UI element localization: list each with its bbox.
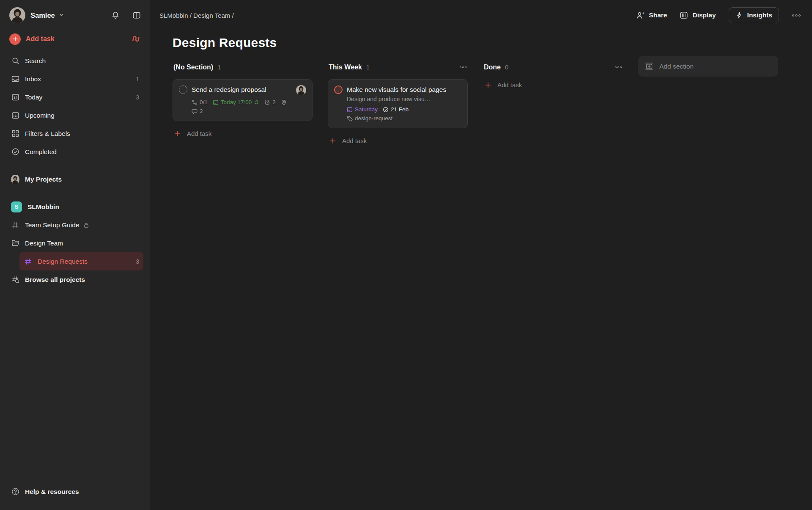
task-title: Make new visuals for social pages: [347, 85, 461, 94]
user-menu[interactable]: Samlee: [7, 6, 143, 25]
task-checkbox[interactable]: [179, 85, 187, 94]
upcoming-calendar-icon: [11, 111, 19, 120]
kanban-board: (No Section) 1 Send a redesign proposal: [173, 56, 799, 146]
sidebar-item-label: Today: [25, 94, 42, 101]
column-count: 1: [217, 63, 221, 71]
sidebar-item-label: Completed: [25, 148, 57, 156]
sidebar: Samlee Add task Search: [0, 0, 150, 510]
share-button[interactable]: Share: [636, 11, 667, 19]
today-calendar-icon: 12: [11, 93, 19, 102]
column-menu-icon[interactable]: [459, 66, 467, 69]
subtask-icon: [192, 99, 198, 105]
notifications-bell-icon[interactable]: [111, 11, 120, 19]
lock-icon: [83, 222, 89, 228]
sidebar-item-upcoming[interactable]: Upcoming: [7, 106, 143, 124]
browse-label: Browse all projects: [25, 276, 85, 284]
column-this-week: This Week 1 Make new visuals for social …: [328, 56, 468, 146]
plus-icon: [329, 138, 336, 144]
deadline-target-icon: [383, 107, 389, 113]
subtasks-indicator: 0/1: [192, 99, 208, 105]
add-task-label: Add task: [342, 137, 367, 144]
my-projects-label: My Projects: [25, 176, 62, 183]
user-avatar[interactable]: [9, 7, 25, 23]
sidebar-item-today[interactable]: 12 Today 3: [7, 88, 143, 106]
location-indicator: [281, 99, 287, 105]
task-checkbox-priority1[interactable]: [334, 85, 343, 94]
location-pin-icon: [281, 99, 287, 105]
column-name: This Week: [329, 63, 362, 71]
add-section-label: Add section: [659, 63, 694, 70]
comments-indicator: 2: [192, 108, 203, 114]
sidebar-item-filters-labels[interactable]: Filters & Labels: [7, 124, 143, 143]
more-options-icon[interactable]: [792, 14, 801, 17]
sidebar-item-label: Filters & Labels: [25, 130, 70, 138]
folder-label: Design Team: [25, 240, 63, 247]
sidebar-item-label: Inbox: [25, 75, 41, 83]
column-name: (No Section): [173, 63, 213, 71]
assignee-avatar: [296, 85, 306, 95]
recurring-icon: [254, 99, 259, 105]
browse-all-projects[interactable]: Browse all projects: [7, 270, 143, 289]
display-button[interactable]: Display: [680, 11, 716, 19]
workspace-slmobbin[interactable]: S SLMobbin: [7, 198, 143, 216]
calendar-icon: [347, 107, 353, 113]
my-projects-avatar: [11, 175, 19, 184]
help-question-icon: [11, 488, 19, 496]
column-no-section: (No Section) 1 Send a redesign proposal: [173, 56, 313, 139]
project-label: Design Requests: [38, 258, 88, 265]
project-design-requests-selected[interactable]: Design Requests 3: [19, 252, 143, 270]
insights-label: Insights: [747, 11, 772, 19]
folder-design-team[interactable]: Design Team: [7, 234, 143, 252]
share-label: Share: [649, 11, 667, 19]
reminders-indicator: 2: [264, 99, 276, 105]
hash-search-icon: [11, 276, 19, 284]
sidebar-item-inbox[interactable]: Inbox 1: [7, 70, 143, 88]
alarm-icon: [264, 99, 270, 105]
task-description: Design and produce new visu…: [347, 96, 461, 102]
completed-check-icon: [11, 148, 19, 156]
person-plus-icon: [636, 11, 645, 19]
add-task-button[interactable]: Add task: [328, 135, 468, 146]
search-icon: [11, 57, 19, 65]
sidebar-item-search[interactable]: Search: [7, 52, 143, 70]
add-task-button[interactable]: Add task: [483, 79, 623, 91]
sidebar-toggle-icon[interactable]: [132, 11, 141, 19]
productivity-pulse-icon[interactable]: [131, 34, 141, 44]
column-menu-icon[interactable]: [614, 66, 622, 69]
comment-icon: [192, 108, 198, 114]
add-section-icon: [645, 62, 653, 71]
insights-button[interactable]: Insights: [729, 7, 779, 23]
today-count: 3: [136, 94, 139, 101]
column-name: Done: [484, 63, 501, 71]
project-label: Team Setup Guide: [25, 221, 79, 229]
breadcrumb[interactable]: SLMobbin / Design Team /: [159, 12, 234, 19]
calendar-icon: [213, 99, 219, 105]
project-count: 3: [136, 258, 139, 265]
column-done: Done 0 Add task: [483, 56, 623, 91]
sidebar-add-task-label: Add task: [26, 35, 55, 43]
svg-text:12: 12: [13, 96, 17, 100]
lightning-icon: [735, 11, 743, 19]
task-card-send-redesign-proposal[interactable]: Send a redesign proposal 0/1 Today 17:00: [173, 79, 313, 121]
task-title: Send a redesign proposal: [192, 85, 296, 94]
project-team-setup-guide[interactable]: Team Setup Guide: [7, 216, 143, 234]
task-card-make-new-visuals[interactable]: Make new visuals for social pages Design…: [328, 79, 468, 128]
add-section-button[interactable]: Add section: [638, 56, 778, 77]
tag-icon: [347, 116, 353, 121]
column-count: 1: [366, 63, 370, 71]
my-projects-header[interactable]: My Projects: [7, 170, 143, 188]
chevron-down-icon: [59, 11, 64, 19]
topbar: SLMobbin / Design Team / Share Display I…: [150, 0, 812, 30]
add-task-button[interactable]: Add task: [173, 128, 313, 139]
help-resources[interactable]: Help & resources: [7, 482, 143, 501]
workspace-badge: S: [11, 201, 22, 212]
page-title: Design Requests: [173, 36, 799, 50]
sidebar-item-label: Upcoming: [25, 112, 55, 119]
add-task-label: Add task: [187, 130, 211, 137]
sidebar-add-task-button[interactable]: Add task: [7, 30, 143, 48]
display-label: Display: [692, 11, 716, 19]
user-name: Samlee: [30, 11, 55, 19]
sidebar-item-completed[interactable]: Completed: [7, 143, 143, 161]
plus-icon: [485, 82, 491, 88]
sidebar-item-label: Search: [25, 57, 46, 65]
